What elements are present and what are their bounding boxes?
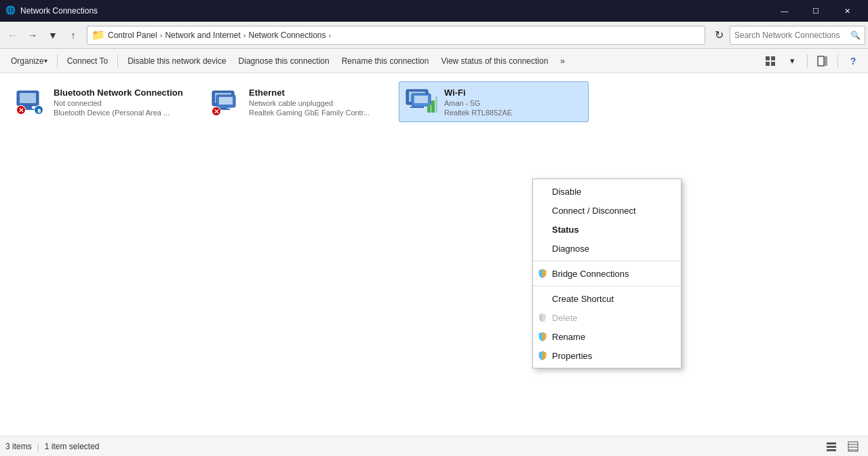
statusbar: 3 items | 1 item selected xyxy=(0,436,868,456)
svg-rect-39 xyxy=(827,446,836,448)
search-box: 🔍 xyxy=(730,26,865,45)
rename-button[interactable]: Rename this connection xyxy=(336,52,435,71)
forward-button[interactable]: → xyxy=(23,26,42,45)
close-button[interactable]: ✕ xyxy=(831,0,863,22)
svg-rect-23 xyxy=(219,107,231,108)
breadcrumb-network-internet[interactable]: Network and Internet xyxy=(165,31,240,40)
svg-rect-4 xyxy=(818,56,824,66)
statusbar-list-view[interactable] xyxy=(822,437,841,456)
search-icon: 🔍 xyxy=(850,31,861,40)
svg-rect-32 xyxy=(414,96,428,103)
ctx-bridge[interactable]: Bridge Connections xyxy=(533,264,681,283)
ethernet-network-icon: ✕ xyxy=(210,86,242,118)
toolbar-separator-3 xyxy=(807,54,808,68)
bluetooth-status: Not connected xyxy=(54,99,183,107)
list-view-icon xyxy=(826,441,837,452)
breadcrumb-network-connections[interactable]: Network Connections xyxy=(248,31,326,40)
network-item-ethernet[interactable]: ✕ Ethernet Network cable unplugged Realt… xyxy=(203,81,393,122)
ctx-status[interactable]: Status xyxy=(533,220,681,239)
breadcrumb-bar: 📁 Control Panel › Network and Internet ›… xyxy=(87,26,705,45)
refresh-button[interactable]: ↻ xyxy=(709,26,728,45)
bluetooth-name: Bluetooth Network Connection xyxy=(54,88,183,98)
more-button[interactable]: » xyxy=(555,52,570,71)
svg-text:✕: ✕ xyxy=(214,108,219,115)
ctx-sep-2 xyxy=(533,286,681,286)
detail-view-icon xyxy=(848,441,859,452)
svg-rect-35 xyxy=(427,104,431,113)
ctx-delete[interactable]: Delete xyxy=(533,308,681,327)
svg-rect-36 xyxy=(431,100,435,113)
item-count: 3 items xyxy=(5,442,32,451)
bluetooth-network-icon: ✕ ʙ xyxy=(14,86,47,118)
bridge-shield-icon xyxy=(537,268,548,279)
titlebar: 🌐 Network Connections — ☐ ✕ xyxy=(0,0,868,22)
bluetooth-icon-container: ✕ ʙ xyxy=(14,86,47,118)
ethernet-icon-container: ✕ xyxy=(210,86,242,118)
app-icon: 🌐 xyxy=(5,5,16,16)
ethernet-name: Ethernet xyxy=(249,88,370,98)
ctx-diagnose[interactable]: Diagnose xyxy=(533,239,681,258)
svg-rect-33 xyxy=(417,103,424,105)
wifi-status: Aman - 5G xyxy=(444,99,512,107)
svg-rect-5 xyxy=(825,56,827,66)
ctx-sep-1 xyxy=(533,261,681,261)
ctx-disable[interactable]: Disable xyxy=(533,182,681,201)
wifi-network-icon xyxy=(405,86,437,118)
svg-rect-38 xyxy=(827,442,836,444)
svg-rect-22 xyxy=(222,104,229,107)
context-menu: Disable Connect / Disconnect Status Diag… xyxy=(532,178,682,368)
preview-icon xyxy=(817,56,828,66)
network-item-bluetooth[interactable]: ✕ ʙ Bluetooth Network Connection Not con… xyxy=(8,81,198,122)
wifi-icon-container xyxy=(405,86,437,118)
back-button[interactable]: ← xyxy=(3,26,22,45)
ctx-rename[interactable]: Rename xyxy=(533,327,681,346)
wifi-name: Wi-Fi xyxy=(444,88,512,98)
view-dropdown-button[interactable]: ▾ xyxy=(783,52,802,71)
ctx-create-shortcut[interactable]: Create Shortcut xyxy=(533,289,681,308)
ethernet-status: Network cable unplugged xyxy=(249,99,370,107)
wifi-info: Wi-Fi Aman - 5G Realtek RTL8852AE xyxy=(444,88,512,117)
svg-text:✕: ✕ xyxy=(18,107,24,114)
toolbar-separator-2 xyxy=(117,54,118,68)
maximize-button[interactable]: ☐ xyxy=(800,0,831,22)
svg-rect-21 xyxy=(219,97,233,104)
svg-rect-37 xyxy=(435,96,437,113)
network-item-wifi[interactable]: Wi-Fi Aman - 5G Realtek RTL8852AE xyxy=(399,81,589,122)
toolbar-right: ▾ ? xyxy=(761,52,863,71)
main-content: ✕ ʙ Bluetooth Network Connection Not con… xyxy=(0,73,868,436)
svg-rect-40 xyxy=(827,449,836,451)
svg-rect-30 xyxy=(410,107,424,108)
bluetooth-info: Bluetooth Network Connection Not connect… xyxy=(54,88,183,117)
breadcrumb-control-panel[interactable]: Control Panel xyxy=(108,31,157,40)
ethernet-info: Ethernet Network cable unplugged Realtek… xyxy=(249,88,370,117)
organize-button[interactable]: Organize ▾ xyxy=(5,52,53,71)
diagnose-button[interactable]: Diagnose this connection xyxy=(233,52,335,71)
svg-rect-34 xyxy=(414,105,427,107)
view-options-button[interactable] xyxy=(761,52,780,71)
connect-to-button[interactable]: Connect To xyxy=(62,52,114,71)
view-icon xyxy=(765,56,776,66)
svg-rect-1 xyxy=(771,56,775,60)
svg-rect-7 xyxy=(20,93,36,103)
search-input[interactable] xyxy=(734,31,850,40)
ctx-connect-disconnect[interactable]: Connect / Disconnect xyxy=(533,201,681,220)
up-button[interactable]: ↑ xyxy=(64,26,83,45)
statusbar-detail-view[interactable] xyxy=(844,437,863,456)
rename-shield-icon xyxy=(537,331,548,342)
selection-info: 1 item selected xyxy=(45,442,100,451)
svg-rect-0 xyxy=(766,56,770,60)
properties-shield-icon xyxy=(537,350,548,361)
toolbar-separator-1 xyxy=(57,54,58,68)
help-button[interactable]: ? xyxy=(844,52,863,71)
disable-button[interactable]: Disable this network device xyxy=(122,52,231,71)
bluetooth-device: Bluetooth Device (Personal Area ... xyxy=(54,109,183,117)
view-status-button[interactable]: View status of this connection xyxy=(435,52,553,71)
dropdown-button[interactable]: ▼ xyxy=(43,26,62,45)
ethernet-device: Realtek Gaming GbE Family Contr... xyxy=(249,109,370,117)
ctx-properties[interactable]: Properties xyxy=(533,346,681,365)
window-controls: — ☐ ✕ xyxy=(769,0,863,22)
minimize-button[interactable]: — xyxy=(769,0,800,22)
preview-pane-button[interactable] xyxy=(813,52,832,71)
svg-rect-3 xyxy=(771,62,775,66)
delete-shield-icon xyxy=(537,312,548,323)
